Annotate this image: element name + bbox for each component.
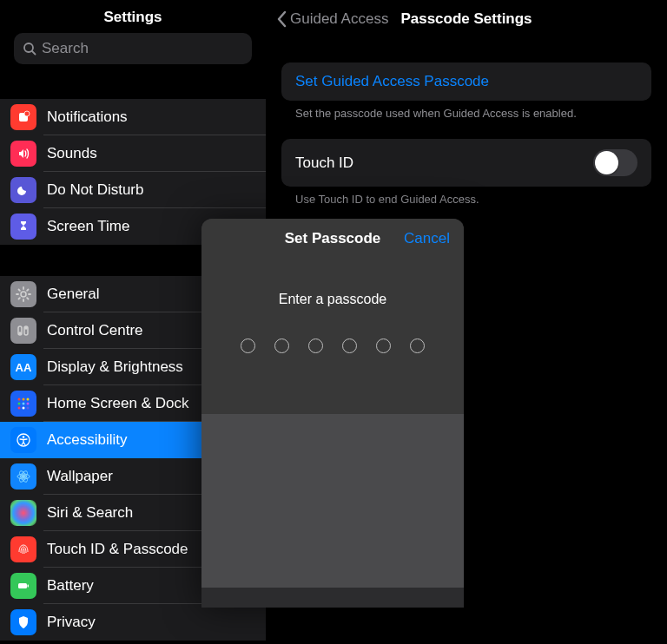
control-centre-icon — [10, 318, 36, 344]
touch-id-footer: Use Touch ID to end Guided Access. — [281, 187, 651, 206]
svg-rect-25 — [28, 585, 30, 588]
set-passcode-footer: Set the passcode used when Guided Access… — [281, 101, 651, 120]
do-not-disturb-icon — [10, 177, 36, 203]
sidebar-item-label: Touch ID & Passcode — [47, 541, 188, 558]
passcode-dot — [274, 338, 289, 353]
sounds-icon — [10, 141, 36, 167]
set-guided-access-passcode-button[interactable]: Set Guided Access Passcode — [281, 62, 651, 101]
passcode-dot — [342, 338, 357, 353]
sidebar-item-label: Accessibility — [47, 431, 128, 449]
sidebar-title: Settings — [0, 0, 266, 33]
sidebar-item-label: Home Screen & Dock — [47, 395, 188, 412]
set-guided-access-passcode-label: Set Guided Access Passcode — [295, 73, 489, 90]
touch-id-label: Touch ID — [295, 154, 353, 172]
svg-point-16 — [23, 407, 25, 410]
sidebar-item-privacy[interactable]: Privacy — [0, 604, 266, 641]
search-box[interactable] — [14, 33, 252, 64]
svg-point-3 — [24, 111, 30, 116]
wallpaper-icon — [10, 463, 36, 490]
accessibility-icon — [10, 427, 36, 453]
battery-icon — [10, 573, 36, 599]
general-icon — [10, 281, 36, 307]
svg-point-20 — [22, 475, 25, 478]
modal-title: Set Passcode — [285, 230, 381, 247]
sidebar-item-do-not-disturb[interactable]: Do Not Disturb — [0, 172, 266, 208]
svg-line-1 — [32, 51, 36, 55]
svg-point-9 — [18, 398, 21, 401]
svg-point-14 — [27, 403, 30, 405]
svg-point-15 — [18, 407, 21, 410]
modal-header: Set Passcode Cancel — [201, 219, 464, 259]
back-button-label: Guided Access — [290, 10, 388, 28]
svg-point-17 — [27, 407, 30, 410]
chevron-left-icon — [276, 10, 287, 28]
svg-point-19 — [23, 436, 25, 438]
sidebar-item-label: Sounds — [47, 145, 97, 162]
home-screen-dock-icon — [10, 391, 36, 417]
passcode-dots — [201, 338, 464, 353]
sidebar-item-label: Display & Brightness — [47, 358, 183, 376]
svg-point-12 — [18, 403, 21, 405]
svg-point-8 — [25, 327, 27, 329]
sidebar-item-label: Notifications — [47, 108, 128, 126]
sidebar-item-label: Battery — [47, 577, 94, 595]
search-icon — [23, 42, 36, 56]
notifications-icon — [10, 104, 36, 130]
touch-id-row: Touch ID — [281, 139, 651, 187]
back-button[interactable]: Guided Access — [276, 10, 388, 28]
svg-rect-24 — [18, 583, 27, 588]
sidebar-item-label: Wallpaper — [47, 468, 113, 485]
modal-keypad-area[interactable] — [201, 414, 464, 588]
cancel-button[interactable]: Cancel — [404, 230, 450, 247]
sidebar-item-sounds[interactable]: Sounds — [0, 135, 266, 172]
svg-point-6 — [19, 332, 21, 334]
passcode-prompt: Enter a passcode — [201, 292, 464, 307]
passcode-dot — [410, 338, 425, 353]
siri-icon — [10, 500, 36, 526]
sidebar-item-label: Do Not Disturb — [47, 181, 143, 199]
passcode-dot — [376, 338, 391, 353]
passcode-dot — [241, 338, 255, 353]
screen-time-icon — [10, 214, 36, 240]
sidebar-item-label: General — [47, 286, 99, 303]
detail-header: Guided Access Passcode Settings — [266, 0, 667, 38]
display-brightness-icon: AA — [10, 354, 36, 380]
svg-point-13 — [23, 403, 25, 405]
touch-id-icon — [10, 536, 36, 562]
search-input[interactable] — [42, 40, 243, 57]
svg-point-4 — [21, 292, 26, 297]
sidebar-item-label: Screen Time — [47, 218, 129, 235]
sidebar-item-label: Siri & Search — [47, 504, 133, 522]
svg-point-10 — [23, 398, 25, 401]
touch-id-switch[interactable] — [593, 149, 637, 176]
passcode-dot — [308, 338, 323, 353]
svg-point-11 — [27, 398, 30, 401]
set-passcode-modal: Set Passcode Cancel Enter a passcode — [201, 219, 464, 608]
sidebar-item-label: Privacy — [47, 614, 96, 631]
sidebar-item-label: Control Centre — [47, 322, 143, 339]
switch-knob — [595, 151, 618, 174]
privacy-icon — [10, 609, 36, 635]
sidebar-item-notifications[interactable]: Notifications — [0, 99, 266, 135]
